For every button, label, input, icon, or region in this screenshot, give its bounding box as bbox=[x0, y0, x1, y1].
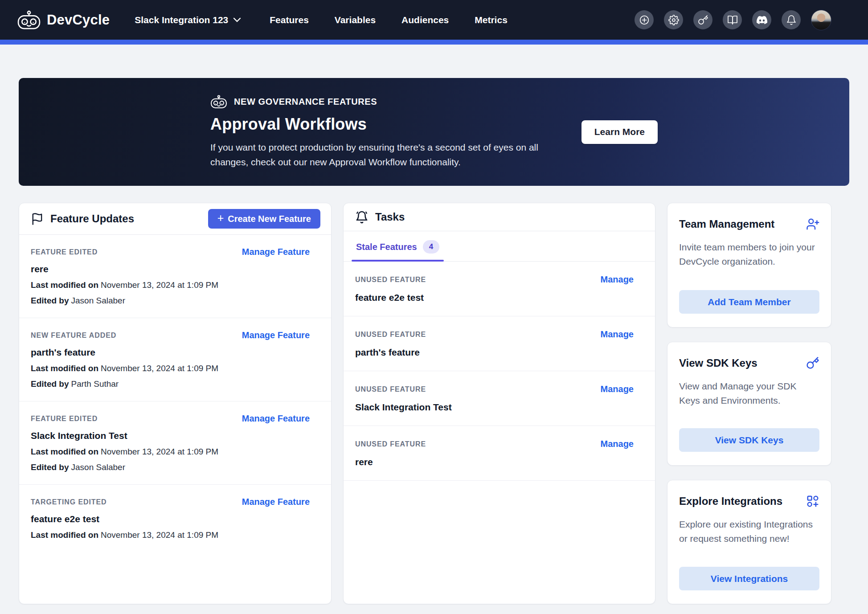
integrations-card: Explore Integrations Explore our existin… bbox=[667, 480, 831, 604]
key-icon bbox=[806, 356, 819, 370]
task-type-label: UNUSED FEATURE bbox=[355, 276, 426, 284]
navbar-actions bbox=[635, 10, 831, 30]
last-modified-line: Last modified onNovember 13, 2024 at 1:0… bbox=[31, 447, 310, 457]
sdk-keys-title: View SDK Keys bbox=[679, 357, 757, 369]
feature-updates-title: Feature Updates bbox=[50, 213, 134, 225]
hero-eyebrow: NEW GOVERNANCE FEATURES bbox=[234, 97, 377, 107]
update-type-label: TARGETING EDITED bbox=[31, 498, 107, 506]
edited-by-line: Edited byJason Salaber bbox=[31, 296, 310, 306]
task-row: UNUSED FEATURE Manage Slack Integration … bbox=[344, 371, 655, 426]
settings-button[interactable] bbox=[664, 10, 683, 29]
key-icon bbox=[698, 15, 708, 25]
manage-link[interactable]: Manage bbox=[601, 439, 634, 449]
discord-icon bbox=[757, 15, 767, 25]
top-navbar: DevCycle Slack Integration 123 Features … bbox=[0, 0, 868, 40]
task-feature-name: rere bbox=[355, 457, 634, 467]
tasks-title-row: Tasks bbox=[355, 210, 405, 224]
robot-hero-icon bbox=[210, 94, 227, 109]
plus-circle-icon bbox=[639, 15, 650, 25]
tasks-title: Tasks bbox=[375, 211, 405, 223]
hero-title: Approval Workflows bbox=[210, 115, 562, 134]
update-type-label: FEATURE EDITED bbox=[31, 248, 98, 256]
feature-updates-card: Feature Updates Create New Feature FEATU… bbox=[19, 203, 332, 604]
feature-name: rere bbox=[31, 264, 310, 274]
robot-logo-icon bbox=[17, 10, 41, 30]
feature-update-row: FEATURE EDITED Manage Feature Slack Inte… bbox=[19, 401, 331, 485]
gear-icon bbox=[668, 15, 679, 25]
sdk-keys-description: View and Manage your SDK Keys and Enviro… bbox=[679, 379, 819, 407]
nav-item-variables[interactable]: Variables bbox=[335, 15, 376, 25]
hero-text-block: NEW GOVERNANCE FEATURES Approval Workflo… bbox=[210, 94, 562, 169]
task-type-label: UNUSED FEATURE bbox=[355, 385, 426, 393]
hero-banner: NEW GOVERNANCE FEATURES Approval Workflo… bbox=[19, 78, 849, 186]
manage-feature-link[interactable]: Manage Feature bbox=[242, 413, 310, 424]
task-feature-name: Slack Integration Test bbox=[355, 402, 634, 413]
manage-link[interactable]: Manage bbox=[601, 274, 634, 285]
user-plus-icon bbox=[806, 217, 819, 231]
create-new-feature-button[interactable]: Create New Feature bbox=[208, 209, 320, 229]
manage-link[interactable]: Manage bbox=[601, 384, 634, 394]
task-type-label: UNUSED FEATURE bbox=[355, 440, 426, 448]
task-row: UNUSED FEATURE Manage rere bbox=[344, 426, 655, 481]
edited-by-line: Edited byJason Salaber bbox=[31, 463, 310, 472]
last-modified-line: Last modified onNovember 13, 2024 at 1:0… bbox=[31, 280, 310, 290]
sdk-keys-button[interactable] bbox=[693, 10, 712, 29]
grid-plus-icon bbox=[806, 495, 819, 508]
brand-name: DevCycle bbox=[47, 12, 110, 28]
plus-icon bbox=[217, 213, 224, 225]
feature-updates-title-row: Feature Updates bbox=[31, 212, 134, 226]
flag-icon bbox=[31, 212, 44, 226]
manage-feature-link[interactable]: Manage Feature bbox=[242, 330, 310, 340]
book-open-icon bbox=[727, 15, 738, 25]
update-type-label: FEATURE EDITED bbox=[31, 415, 98, 423]
side-column: Team Management Invite team members to j… bbox=[667, 203, 831, 604]
learn-more-button[interactable]: Learn More bbox=[581, 120, 658, 144]
manage-link[interactable]: Manage bbox=[601, 329, 634, 340]
last-modified-line: Last modified onNovember 13, 2024 at 1:0… bbox=[31, 364, 310, 373]
feature-name: parth's feature bbox=[31, 347, 310, 358]
sdk-keys-card: View SDK Keys View and Manage your SDK K… bbox=[667, 342, 831, 466]
nav-item-features[interactable]: Features bbox=[270, 15, 309, 25]
integrations-title: Explore Integrations bbox=[679, 495, 782, 508]
dashboard-grid: Feature Updates Create New Feature FEATU… bbox=[19, 203, 831, 604]
bell-icon bbox=[786, 15, 797, 25]
team-management-card: Team Management Invite team members to j… bbox=[667, 203, 831, 327]
chevron-down-icon bbox=[233, 17, 241, 22]
feature-update-row: TARGETING EDITED Manage Feature feature … bbox=[19, 485, 331, 552]
stale-count-badge: 4 bbox=[423, 240, 439, 254]
notifications-button[interactable] bbox=[782, 10, 801, 29]
tasks-list: UNUSED FEATURE Manage feature e2e test U… bbox=[344, 262, 655, 481]
integrations-description: Explore our existing Integrations or req… bbox=[679, 517, 819, 545]
update-type-label: NEW FEATURE ADDED bbox=[31, 332, 116, 340]
create-button[interactable] bbox=[635, 10, 654, 29]
task-feature-name: parth's feature bbox=[355, 347, 634, 358]
discord-button[interactable] bbox=[752, 10, 771, 29]
last-modified-line: Last modified onNovember 13, 2024 at 1:0… bbox=[31, 530, 310, 540]
nav-item-audiences[interactable]: Audiences bbox=[401, 15, 449, 25]
tab-stale-features[interactable]: Stale Features 4 bbox=[352, 240, 444, 261]
bell-ring-icon bbox=[355, 210, 368, 224]
nav-item-metrics[interactable]: Metrics bbox=[475, 15, 508, 25]
team-management-title: Team Management bbox=[679, 218, 774, 230]
feature-name: feature e2e test bbox=[31, 514, 310, 524]
accent-bar bbox=[0, 40, 868, 45]
task-type-label: UNUSED FEATURE bbox=[355, 331, 426, 339]
feature-update-row: NEW FEATURE ADDED Manage Feature parth's… bbox=[19, 318, 331, 401]
user-avatar[interactable] bbox=[811, 10, 831, 30]
tasks-card: Tasks Stale Features 4 UNUSED FEATURE Ma… bbox=[343, 203, 655, 604]
project-selector[interactable]: Slack Integration 123 bbox=[135, 15, 241, 25]
manage-feature-link[interactable]: Manage Feature bbox=[242, 247, 310, 257]
task-feature-name: feature e2e test bbox=[355, 292, 634, 303]
main-nav: Features Variables Audiences Metrics bbox=[270, 15, 508, 25]
hero-description: If you want to protect production by ens… bbox=[210, 140, 562, 169]
manage-feature-link[interactable]: Manage Feature bbox=[242, 497, 310, 507]
tasks-tab-row: Stale Features 4 bbox=[344, 231, 655, 262]
docs-button[interactable] bbox=[723, 10, 742, 29]
feature-name: Slack Integration Test bbox=[31, 430, 310, 441]
devcycle-logo[interactable]: DevCycle bbox=[17, 10, 110, 30]
view-integrations-button[interactable]: View Integrations bbox=[679, 567, 819, 590]
add-team-member-button[interactable]: Add Team Member bbox=[679, 290, 819, 314]
task-row: UNUSED FEATURE Manage parth's feature bbox=[344, 316, 655, 371]
view-sdk-keys-button[interactable]: View SDK Keys bbox=[679, 428, 819, 452]
team-management-description: Invite team members to join your DevCycl… bbox=[679, 240, 819, 268]
